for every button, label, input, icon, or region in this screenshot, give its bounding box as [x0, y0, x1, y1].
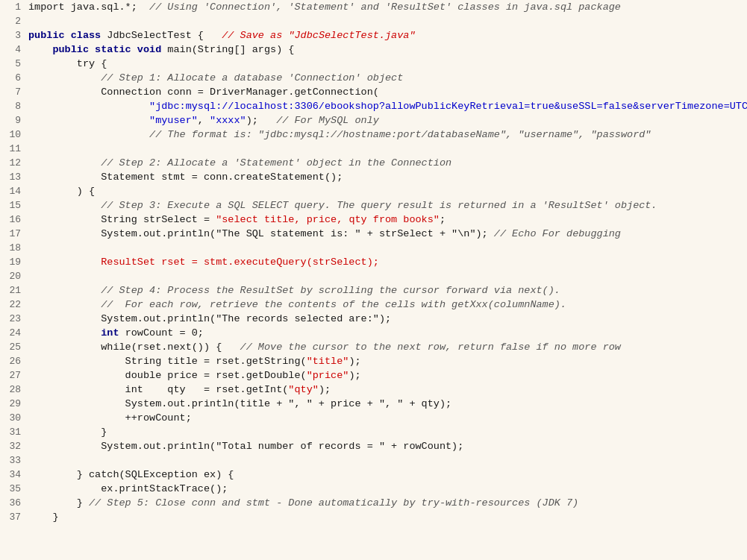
line-num-10: 10 — [0, 128, 28, 142]
code-line-9: 9 "myuser", "xxxx"); // For MySQL only — [0, 113, 747, 128]
line-num-19: 19 — [0, 255, 28, 269]
code-line-4: 4 public static void main(String[] args)… — [0, 43, 747, 57]
code-line-11: 11 — [0, 142, 747, 156]
line-content-7: Connection conn = DriverManager.getConne… — [28, 85, 747, 99]
line-content-16: String strSelect = "select title, price,… — [28, 213, 747, 227]
line-content-1: import java.sql.*; // Using 'Connection'… — [28, 0, 747, 14]
line-num-12: 12 — [0, 156, 28, 170]
line-num-11: 11 — [0, 142, 28, 156]
code-line-25: 25 while(rset.next()) { // Move the curs… — [0, 340, 747, 354]
code-line-33: 33 — [0, 453, 747, 468]
code-line-1: 1 import java.sql.*; // Using 'Connectio… — [0, 0, 747, 14]
line-num-28: 28 — [0, 383, 28, 397]
line-content-6: // Step 1: Allocate a database 'Connecti… — [28, 71, 747, 85]
code-line-19: 19 ResultSet rset = stmt.executeQuery(st… — [0, 255, 747, 269]
code-line-28: 28 int qty = rset.getInt("qty"); — [0, 383, 747, 397]
line-content-5: try { — [28, 57, 747, 71]
code-container: 1 import java.sql.*; // Using 'Connectio… — [0, 0, 747, 560]
line-content-17: System.out.println("The SQL statement is… — [28, 227, 747, 241]
code-line-32: 32 System.out.println("Total number of r… — [0, 439, 747, 453]
line-content-36: } // Step 5: Close conn and stmt - Done … — [28, 496, 747, 510]
code-line-15: 15 // Step 3: Execute a SQL SELECT query… — [0, 198, 747, 213]
code-line-13: 13 Statement stmt = conn.createStatement… — [0, 170, 747, 184]
line-content-26: String title = rset.getString("title"); — [28, 354, 747, 368]
code-line-31: 31 } — [0, 425, 747, 439]
line-num-3: 3 — [0, 28, 28, 43]
line-content-10: // The format is: "jdbc:mysql://hostname… — [28, 128, 747, 142]
line-content-32: System.out.println("Total number of reco… — [28, 439, 747, 453]
line-num-5: 5 — [0, 57, 28, 71]
line-content-35: ex.printStackTrace(); — [28, 482, 747, 496]
line-num-26: 26 — [0, 354, 28, 368]
line-content-14: ) { — [28, 184, 747, 198]
code-line-6: 6 // Step 1: Allocate a database 'Connec… — [0, 71, 747, 85]
code-line-30: 30 ++rowCount; — [0, 411, 747, 425]
code-line-36: 36 } // Step 5: Close conn and stmt - Do… — [0, 496, 747, 510]
code-line-20: 20 — [0, 269, 747, 283]
line-num-27: 27 — [0, 368, 28, 383]
line-num-14: 14 — [0, 184, 28, 198]
line-num-33: 33 — [0, 453, 28, 468]
line-content-25: while(rset.next()) { // Move the cursor … — [28, 340, 747, 354]
code-line-14: 14 ) { — [0, 184, 747, 198]
line-content-24: int rowCount = 0; — [28, 326, 747, 340]
line-num-36: 36 — [0, 496, 28, 510]
code-line-29: 29 System.out.println(title + ", " + pri… — [0, 397, 747, 411]
line-content-12: // Step 2: Allocate a 'Statement' object… — [28, 156, 747, 170]
code-line-7: 7 Connection conn = DriverManager.getCon… — [0, 85, 747, 99]
line-num-20: 20 — [0, 269, 28, 283]
line-num-7: 7 — [0, 85, 28, 99]
line-num-24: 24 — [0, 326, 28, 340]
code-line-3: 3 public class JdbcSelectTest { // Save … — [0, 28, 747, 43]
line-content-19: ResultSet rset = stmt.executeQuery(strSe… — [28, 255, 747, 269]
line-num-25: 25 — [0, 340, 28, 354]
line-content-27: double price = rset.getDouble("price"); — [28, 368, 747, 383]
code-line-12: 12 // Step 2: Allocate a 'Statement' obj… — [0, 156, 747, 170]
line-num-13: 13 — [0, 170, 28, 184]
code-line-37: 37 } — [0, 510, 747, 524]
code-line-27: 27 double price = rset.getDouble("price"… — [0, 368, 747, 383]
line-num-23: 23 — [0, 312, 28, 326]
line-num-15: 15 — [0, 198, 28, 213]
code-line-5: 5 try { — [0, 57, 747, 71]
line-content-28: int qty = rset.getInt("qty"); — [28, 383, 747, 397]
line-num-4: 4 — [0, 43, 28, 57]
code-line-24: 24 int rowCount = 0; — [0, 326, 747, 340]
line-content-9: "myuser", "xxxx"); // For MySQL only — [28, 113, 747, 128]
line-content-31: } — [28, 425, 747, 439]
line-num-37: 37 — [0, 510, 28, 524]
line-num-2: 2 — [0, 14, 28, 28]
code-line-26: 26 String title = rset.getString("title"… — [0, 354, 747, 368]
line-num-22: 22 — [0, 298, 28, 312]
code-line-16: 16 String strSelect = "select title, pri… — [0, 213, 747, 227]
line-content-22: // For each row, retrieve the contents o… — [28, 298, 747, 312]
line-num-29: 29 — [0, 397, 28, 411]
line-content-21: // Step 4: Process the ResultSet by scro… — [28, 283, 747, 298]
line-num-35: 35 — [0, 482, 28, 496]
line-num-6: 6 — [0, 71, 28, 85]
line-content-3: public class JdbcSelectTest { // Save as… — [28, 28, 747, 43]
code-line-10: 10 // The format is: "jdbc:mysql://hostn… — [0, 128, 747, 142]
code-line-34: 34 } catch(SQLException ex) { — [0, 468, 747, 482]
code-line-8: 8 "jdbc:mysql://localhost:3306/ebookshop… — [0, 99, 747, 113]
code-line-17: 17 System.out.println("The SQL statement… — [0, 227, 747, 241]
code-line-18: 18 — [0, 241, 747, 255]
line-num-21: 21 — [0, 283, 28, 298]
line-num-31: 31 — [0, 425, 28, 439]
line-num-8: 8 — [0, 99, 28, 113]
line-content-8: "jdbc:mysql://localhost:3306/ebookshop?a… — [28, 99, 747, 113]
code-line-2: 2 — [0, 14, 747, 28]
line-content-13: Statement stmt = conn.createStatement(); — [28, 170, 747, 184]
line-content-23: System.out.println("The records selected… — [28, 312, 747, 326]
line-num-32: 32 — [0, 439, 28, 453]
code-line-23: 23 System.out.println("The records selec… — [0, 312, 747, 326]
code-line-21: 21 // Step 4: Process the ResultSet by s… — [0, 283, 747, 298]
code-line-35: 35 ex.printStackTrace(); — [0, 482, 747, 496]
code-line-22: 22 // For each row, retrieve the content… — [0, 298, 747, 312]
line-num-9: 9 — [0, 113, 28, 128]
line-content-4: public static void main(String[] args) { — [28, 43, 747, 57]
line-content-15: // Step 3: Execute a SQL SELECT query. T… — [28, 198, 747, 213]
line-num-16: 16 — [0, 213, 28, 227]
line-content-37: } — [28, 510, 747, 524]
line-num-1: 1 — [0, 0, 28, 14]
